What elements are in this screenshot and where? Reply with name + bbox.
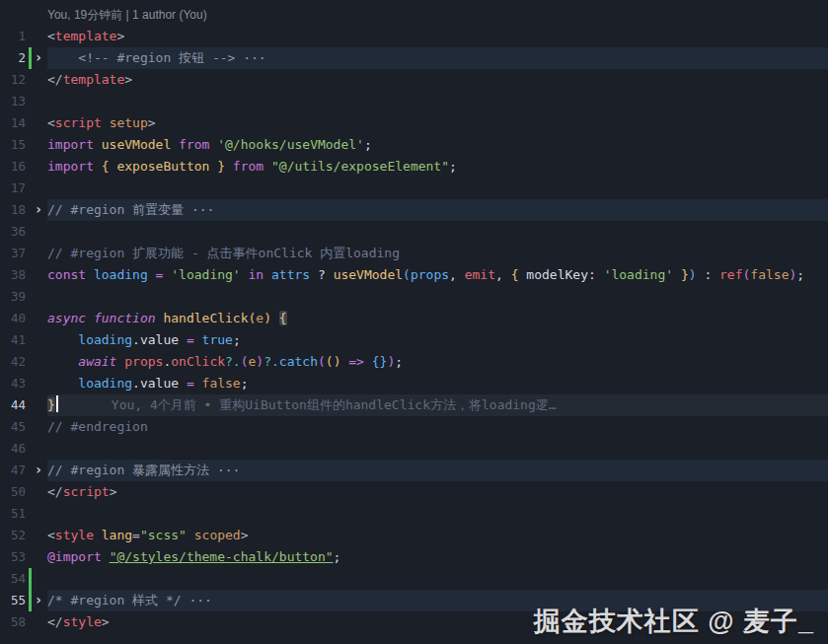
line-number: 2 [0, 47, 26, 69]
token-fn: lang [102, 528, 132, 542]
watermark: 掘金技术社区 @ 麦子_ [534, 610, 814, 632]
line-number: 40 [0, 308, 26, 329]
code-content: }You, 4个月前 • 重构UiButton组件的handleClick方法，… [47, 394, 828, 416]
token-op: => [348, 354, 364, 369]
token-white: ; [334, 549, 341, 564]
gutter: 54 [0, 568, 47, 590]
fold-chevron-icon[interactable]: › [32, 47, 45, 68]
token-str: '@/hooks/useVModel' [217, 137, 364, 152]
token-white [86, 311, 94, 325]
code-content [47, 178, 828, 199]
token-kwi: async [47, 311, 86, 325]
token-parenPurple: ) [256, 354, 263, 369]
codelens-annotation[interactable]: You, 19分钟前 | 1 author (You) [0, 6, 828, 26]
code-line-38[interactable]: 38const loading = 'loading' in attrs ? u… [0, 264, 828, 286]
code-line-15[interactable]: 15import useVModel from '@/hooks/useVMod… [0, 134, 828, 156]
code-content: <template> [47, 26, 828, 47]
token-op: = [187, 332, 194, 347]
text-cursor [56, 395, 58, 412]
code-line-16[interactable]: 16import { exposeButton } from "@/utils/… [0, 156, 828, 178]
code-line-53[interactable]: 53@import "@/styles/theme-chalk/button"; [0, 546, 828, 568]
token-brace: { [511, 267, 527, 282]
token-blue: loading [94, 267, 148, 282]
token-kw: @import [47, 549, 102, 564]
code-line-2[interactable]: 2› <!-- #region 按钮 --> ··· [0, 47, 828, 69]
code-line-40[interactable]: 40async function handleClick(e) { [0, 308, 828, 329]
token-orange: scoped [194, 528, 241, 542]
code-content: </script> [47, 481, 828, 503]
token-ellipsis: ··· [182, 593, 212, 608]
token-tag: style [55, 528, 94, 542]
fold-chevron-icon[interactable]: › [32, 199, 45, 220]
code-line-13[interactable]: 13 [0, 91, 828, 112]
code-line-12[interactable]: 12</template> [0, 69, 828, 91]
token-kw: from [171, 137, 217, 152]
token-kw: import [47, 137, 94, 152]
token-white: ; [364, 137, 372, 152]
token-orange: e [256, 311, 263, 325]
token-punct: > [110, 484, 117, 499]
token-kw: in [241, 267, 271, 282]
code-line-43[interactable]: 43 loading.value = false; [0, 373, 828, 394]
code-line-36[interactable]: 36 [0, 221, 828, 243]
code-line-37[interactable]: 37// #region 扩展功能 - 点击事件onClick 内置loadin… [0, 243, 828, 264]
token-cyan: ?. [263, 354, 279, 369]
token-punct: < [47, 115, 55, 130]
gutter: 53 [0, 546, 47, 568]
line-number: 47 [0, 460, 26, 481]
fold-chevron-icon[interactable]: › [32, 590, 45, 610]
token-red: props [124, 354, 163, 369]
line-number: 51 [0, 503, 26, 525]
token-white [102, 115, 110, 130]
code-line-51[interactable]: 51 [0, 503, 828, 525]
code-line-50[interactable]: 50</script> [0, 481, 828, 503]
fold-chevron-icon[interactable]: › [32, 460, 45, 480]
code-line-42[interactable]: 42 await props.onClick?.(e)?.catch(() =>… [0, 351, 828, 373]
code-line-1[interactable]: 1<template> [0, 26, 828, 47]
token-white: , [449, 267, 465, 282]
gutter: 55› [0, 590, 47, 611]
token-blue: catch [279, 354, 318, 369]
code-content: // #region 前置变量 ··· [47, 199, 828, 221]
token-blue: attrs [271, 267, 310, 282]
code-line-44[interactable]: 44}You, 4个月前 • 重构UiButton组件的handleClick方… [0, 394, 828, 416]
token-str: "scss" [140, 528, 187, 542]
code-content: // #region 扩展功能 - 点击事件onClick 内置loading [47, 243, 828, 264]
code-content: import { exposeButton } from "@/utils/ex… [47, 156, 828, 178]
token-commentFold: // #region 前置变量 [47, 202, 184, 217]
line-number: 36 [0, 221, 26, 243]
gutter: 2› [0, 47, 47, 69]
token-punct: > [148, 115, 156, 130]
token-brace: } [673, 267, 689, 282]
token-white [47, 332, 78, 347]
token-white: ; [449, 159, 457, 174]
code-line-17[interactable]: 17 [0, 178, 828, 199]
gutter: 12 [0, 69, 47, 91]
token-white [148, 267, 156, 282]
code-line-41[interactable]: 41 loading.value = true; [0, 329, 828, 351]
code-line-52[interactable]: 52<style lang="scss" scoped> [0, 525, 828, 546]
code-line-39[interactable]: 39 [0, 286, 828, 308]
token-comment: // #endregion [47, 419, 148, 434]
git-blame-annotation: You, 4个月前 • 重构UiButton组件的handleClick方法，将… [112, 397, 557, 412]
editor-lines: 1<template>2› <!-- #region 按钮 --> ···12<… [0, 26, 828, 633]
code-content: // #endregion [47, 416, 828, 438]
line-number: 18 [0, 199, 26, 221]
code-line-54[interactable]: 54 [0, 568, 828, 590]
code-line-18[interactable]: 18›// #region 前置变量 ··· [0, 199, 828, 221]
code-content [47, 568, 828, 590]
token-cyan: ?. [225, 354, 241, 369]
code-line-46[interactable]: 46 [0, 438, 828, 460]
token-white: ; [796, 267, 804, 282]
code-editor[interactable]: You, 19分钟前 | 1 author (You) 1<template>2… [0, 0, 828, 644]
token-brace: } [209, 159, 225, 174]
code-line-45[interactable]: 45// #endregion [0, 416, 828, 438]
code-line-14[interactable]: 14<script setup> [0, 112, 828, 134]
code-line-47[interactable]: 47›// #region 暴露属性方法 ··· [0, 460, 828, 481]
token-ellipsis: ··· [184, 202, 214, 217]
token-white [94, 528, 102, 542]
gutter: 47› [0, 460, 47, 481]
token-str: "@/utils/exposeElement" [271, 159, 449, 174]
gutter: 18› [0, 199, 47, 221]
token-parenBlue: ) [689, 267, 697, 282]
